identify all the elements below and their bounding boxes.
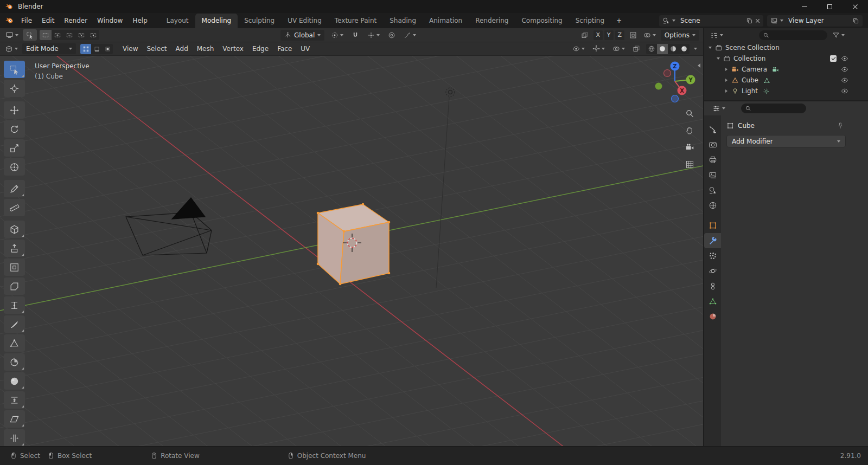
editor-type-button[interactable] [3, 43, 20, 54]
options-dropdown[interactable]: Options [661, 30, 699, 41]
camera-view-control[interactable] [685, 143, 694, 152]
new-scene-button[interactable] [746, 17, 753, 24]
axis-toggle-y[interactable]: Y [604, 30, 614, 40]
properties-tab-tool[interactable] [704, 122, 721, 137]
properties-search-input[interactable] [741, 104, 806, 113]
tool-rip-region[interactable] [4, 429, 25, 446]
tool-knife[interactable] [4, 315, 25, 333]
workspace-tab-compositing[interactable]: Compositing [515, 14, 569, 28]
pivot-point-dropdown[interactable] [329, 30, 345, 41]
hide-in-viewport-eye-icon[interactable] [841, 76, 848, 84]
properties-tab-physics[interactable] [704, 263, 721, 279]
snap-toggle[interactable] [350, 30, 361, 41]
tool-edge-slide[interactable] [4, 391, 25, 409]
maximize-button[interactable] [817, 0, 843, 13]
overlays-dropdown[interactable] [611, 43, 627, 54]
tool-extrude-region[interactable] [4, 240, 25, 257]
properties-tab-object-data[interactable] [704, 294, 721, 309]
sidebar-collapse-arrow[interactable] [698, 63, 700, 68]
tool-poly-build[interactable] [4, 334, 25, 352]
new-view-layer-button[interactable] [852, 17, 859, 24]
select-mode-extend-button[interactable] [52, 30, 63, 40]
tool-bevel[interactable] [4, 277, 25, 295]
shading-wireframe-button[interactable] [646, 44, 657, 54]
shading-material-button[interactable] [668, 44, 679, 54]
outliner-row-collection[interactable]: Collection [704, 53, 868, 64]
close-button[interactable] [843, 0, 868, 13]
cube-right-face[interactable] [340, 222, 389, 284]
properties-tab-particles[interactable] [704, 248, 721, 263]
active-tool-button[interactable] [23, 29, 37, 41]
disclosure-closed-icon[interactable] [724, 79, 729, 82]
gizmo-minus-x-ball[interactable] [664, 70, 671, 77]
tool-move[interactable] [4, 101, 25, 119]
properties-tab-world[interactable] [704, 198, 721, 213]
proportional-falloff-dropdown[interactable] [402, 30, 418, 41]
outliner-row-camera[interactable]: Camera [704, 64, 868, 75]
proportional-editing-toggle[interactable] [386, 30, 397, 41]
mirror-toggle[interactable] [579, 30, 590, 41]
navigation-gizmo[interactable]: Z Y X [655, 62, 695, 102]
gizmos-dropdown[interactable] [591, 43, 607, 54]
axis-toggle-z[interactable]: Z [615, 30, 624, 40]
workspace-tab-sculpting[interactable]: Sculpting [238, 14, 281, 28]
vp-menu-select[interactable]: Select [142, 42, 171, 56]
shading-solid-button[interactable] [657, 44, 668, 54]
tool-rotate[interactable] [4, 120, 25, 138]
properties-tab-material[interactable] [704, 309, 721, 324]
camera-object[interactable] [126, 198, 212, 255]
cube-object[interactable] [317, 203, 391, 286]
outliner-search-input[interactable] [759, 30, 827, 40]
correct-face-attributes-toggle[interactable] [628, 30, 639, 41]
menu-render[interactable]: Render [59, 13, 92, 28]
tool-shear[interactable] [4, 410, 25, 428]
outliner-filter-button[interactable] [831, 30, 846, 41]
disclosure-closed-icon[interactable] [724, 89, 729, 93]
exclude-checkbox[interactable] [830, 55, 837, 62]
tool-transform[interactable] [4, 158, 25, 176]
minimize-button[interactable] [792, 0, 817, 13]
tool-select-box[interactable] [4, 61, 25, 78]
scene-selector[interactable]: Scene [659, 15, 763, 27]
workspace-tab-shading[interactable]: Shading [383, 14, 423, 28]
tool-spin[interactable] [4, 353, 25, 371]
workspace-tab-modeling[interactable]: Modeling [195, 14, 238, 28]
light-object[interactable] [446, 88, 455, 96]
topbar-editor-type-button[interactable] [4, 30, 20, 41]
outliner-editor-type-button[interactable] [709, 30, 725, 41]
vp-menu-edge[interactable]: Edge [248, 42, 273, 56]
vp-menu-add[interactable]: Add [171, 42, 193, 56]
tool-add-cube[interactable] [4, 221, 25, 238]
tool-loop-cut[interactable] [4, 296, 25, 314]
disclosure-open-icon[interactable] [707, 47, 713, 49]
transform-extras-dropdown[interactable] [642, 30, 658, 41]
edge-select-mode-button[interactable] [91, 44, 102, 54]
vp-menu-face[interactable]: Face [273, 42, 296, 56]
vertex-select-mode-button[interactable] [80, 44, 91, 54]
tool-inset-faces[interactable] [4, 259, 25, 276]
vp-menu-mesh[interactable]: Mesh [193, 42, 219, 56]
viewport-3d[interactable]: Z Y X User Perspective (1) Cube [0, 56, 703, 446]
shading-rendered-button[interactable] [679, 44, 690, 54]
pan-control[interactable] [685, 126, 694, 135]
hide-in-viewport-eye-icon[interactable] [841, 55, 848, 62]
tool-annotate[interactable] [4, 180, 25, 197]
object-visibility-dropdown[interactable] [571, 43, 586, 54]
axis-toggle-x[interactable]: X [593, 30, 603, 40]
menu-window[interactable]: Window [92, 13, 127, 28]
face-select-mode-button[interactable] [102, 44, 113, 54]
outliner-row-light[interactable]: Light [704, 86, 868, 96]
snap-target-dropdown[interactable] [366, 30, 381, 41]
gizmo-minus-z-ball[interactable] [672, 95, 679, 102]
vp-menu-vertex[interactable]: Vertex [218, 42, 248, 56]
xray-toggle[interactable] [631, 43, 642, 54]
pin-icon[interactable] [837, 122, 844, 130]
properties-tab-constraints[interactable] [704, 279, 721, 294]
blender-menu-button[interactable] [2, 13, 16, 28]
properties-tab-modifiers[interactable] [704, 233, 721, 248]
vp-menu-uv[interactable]: UV [296, 42, 314, 56]
hide-in-viewport-eye-icon[interactable] [841, 87, 848, 95]
outliner-row-scene-collection[interactable]: Scene Collection [704, 42, 868, 53]
view-layer-selector[interactable]: View Layer [767, 15, 863, 27]
properties-tab-view-layer[interactable] [704, 167, 721, 183]
